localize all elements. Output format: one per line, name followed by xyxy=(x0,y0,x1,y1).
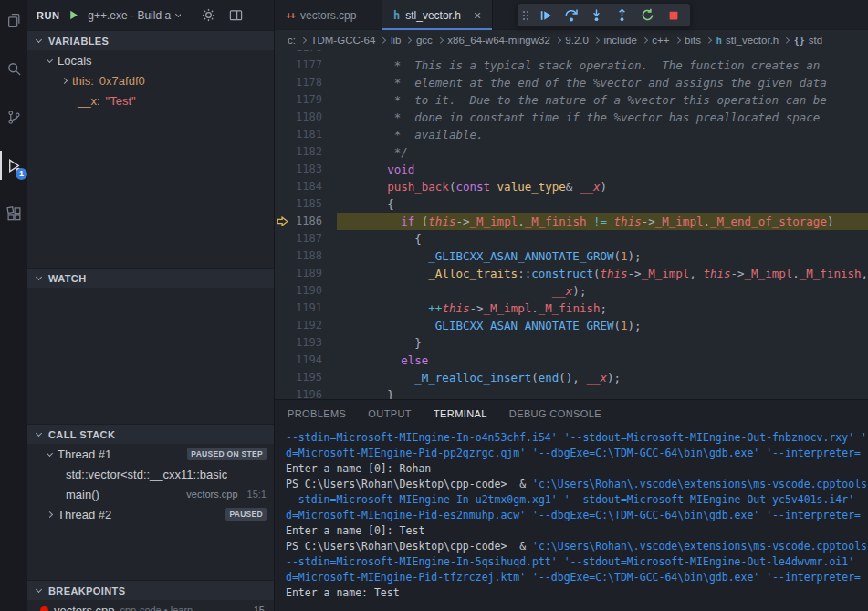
stop-button[interactable] xyxy=(662,5,685,26)
gutter-margin xyxy=(275,195,289,213)
line-number[interactable]: 1194 xyxy=(289,352,337,369)
code-line[interactable]: 1185 { xyxy=(275,195,868,213)
restart-button[interactable] xyxy=(636,5,659,26)
line-number[interactable]: 1191 xyxy=(289,300,337,317)
watch-section-header[interactable]: WATCH xyxy=(27,268,274,288)
tab-stl-vector-h[interactable]: h stl_vector.h × xyxy=(382,0,493,30)
line-number[interactable]: 1184 xyxy=(289,178,337,195)
breadcrumb-item[interactable]: c: xyxy=(288,35,296,46)
code-line[interactable]: 1194 else xyxy=(275,352,868,369)
line-number[interactable]: 1196 xyxy=(289,386,337,399)
breakpoints-section-header[interactable]: BREAKPOINTS xyxy=(27,580,274,600)
code-line[interactable]: 1193 } xyxy=(275,334,868,352)
code-line[interactable]: 1181 * available. xyxy=(275,126,868,143)
tab-debug-console[interactable]: DEBUG CONSOLE xyxy=(509,400,601,427)
line-number[interactable]: 1183 xyxy=(289,161,337,178)
breakpoint-row[interactable]: vectors.cpp cpp-code • learn 15 xyxy=(27,600,274,611)
breadcrumb-item[interactable]: x86_64-w64-mingw32 xyxy=(447,35,550,46)
gutter-margin xyxy=(275,91,289,109)
gutter-margin xyxy=(275,369,289,386)
continue-button[interactable] xyxy=(534,5,557,26)
toolbar-drag-grip[interactable] xyxy=(523,11,528,20)
line-number[interactable]: 1185 xyxy=(289,195,337,213)
line-number[interactable]: 1179 xyxy=(289,91,337,109)
terminal-line: d=Microsoft-MIEngine-Pid-es2nmuhp.acw' '… xyxy=(286,508,868,523)
chevron-down-icon xyxy=(47,56,53,62)
code-line[interactable]: 1184 push_back(const value_type& __x) xyxy=(275,178,868,195)
breadcrumb-item[interactable]: c++ xyxy=(652,35,669,46)
line-number[interactable]: 1186 xyxy=(289,213,337,230)
code-line[interactable]: 1195 _M_realloc_insert(end(), __x); xyxy=(275,369,868,386)
variable-row-x[interactable]: __x: "Test" xyxy=(27,90,274,111)
frame-label: std::vector<std::__cxx11::basic xyxy=(66,468,227,481)
line-number[interactable]: 1176 xyxy=(289,50,337,57)
run-and-debug-icon[interactable]: 1 xyxy=(0,151,27,180)
code-line[interactable]: 1182 */ xyxy=(275,143,868,161)
line-number[interactable]: 1182 xyxy=(289,143,337,161)
breadcrumb-label: gcc xyxy=(416,35,433,46)
thread-row[interactable]: Thread #1 PAUSED ON STEP xyxy=(27,444,274,464)
code-line[interactable]: 1186 if (this->_M_impl._M_finish != this… xyxy=(275,213,868,230)
code-line[interactable]: 1189 _Alloc_traits::construct(this->_M_i… xyxy=(275,265,868,282)
line-number[interactable]: 1187 xyxy=(289,230,337,248)
gear-icon[interactable] xyxy=(202,8,215,22)
breadcrumb-label: lib xyxy=(391,35,402,46)
code-line[interactable]: 1196 } xyxy=(275,386,868,399)
line-number[interactable]: 1193 xyxy=(289,334,337,352)
close-icon[interactable]: × xyxy=(474,9,481,22)
code-line[interactable]: 1178 * element at the end of the %vector… xyxy=(275,74,868,91)
code-line[interactable]: 1190 __x); xyxy=(275,282,868,300)
breadcrumb-item[interactable]: 9.2.0 xyxy=(565,35,589,46)
start-debugging-icon[interactable] xyxy=(68,9,79,21)
terminal-output[interactable]: --stdin=Microsoft-MIEngine-In-o4n53chf.i… xyxy=(275,427,868,611)
source-control-icon[interactable] xyxy=(0,102,27,132)
extensions-icon[interactable] xyxy=(0,199,27,228)
line-number[interactable]: 1178 xyxy=(289,74,337,91)
code-line[interactable]: 1183 void xyxy=(275,161,868,178)
step-into-button[interactable] xyxy=(585,5,608,26)
step-over-button[interactable] xyxy=(559,5,582,26)
split-editor-icon[interactable] xyxy=(229,8,243,22)
stack-frame-row[interactable]: main() vectors.cpp15:1 xyxy=(27,484,274,504)
code-line[interactable]: 1179 * to it. Due to the nature of a %ve… xyxy=(275,91,868,109)
stack-frame-row[interactable]: std::vector<std::__cxx11::basic xyxy=(27,464,274,484)
breadcrumb-item[interactable]: bits xyxy=(685,35,701,46)
line-number[interactable]: 1192 xyxy=(289,317,337,334)
debug-config-dropdown[interactable]: g++.exe - Build a xyxy=(88,9,181,22)
variables-section-header[interactable]: VARIABLES xyxy=(27,30,274,50)
code-line[interactable]: 1191 ++this->_M_impl._M_finish; xyxy=(275,300,868,317)
search-icon[interactable] xyxy=(0,54,27,83)
tab-output[interactable]: OUTPUT xyxy=(368,400,412,427)
breadcrumb-item[interactable]: hstl_vector.h xyxy=(716,35,779,47)
line-number[interactable]: 1188 xyxy=(289,248,337,265)
step-out-button[interactable] xyxy=(611,5,633,26)
explorer-icon[interactable] xyxy=(0,5,27,35)
breadcrumb-item[interactable]: gcc xyxy=(416,35,433,46)
variable-row-this[interactable]: this: 0x7afdf0 xyxy=(27,70,274,90)
line-number[interactable]: 1190 xyxy=(289,282,337,300)
line-number[interactable]: 1189 xyxy=(289,265,337,282)
code-line[interactable]: 1180 * done in constant time if the %vec… xyxy=(275,109,868,126)
line-number[interactable]: 1195 xyxy=(289,369,337,386)
thread-row[interactable]: Thread #2 PAUSED xyxy=(27,504,274,524)
breadcrumb-item[interactable]: {}std xyxy=(794,35,822,46)
tab-vectors-cpp[interactable]: ++ vectors.cpp xyxy=(275,0,382,30)
breakpoint-dot-icon[interactable] xyxy=(40,606,48,611)
code-line[interactable]: 1187 { xyxy=(275,230,868,248)
code-line[interactable]: 1192 _GLIBCXX_ASAN_ANNOTATE_GREW(1); xyxy=(275,317,868,334)
line-number[interactable]: 1177 xyxy=(289,57,337,74)
locals-scope-row[interactable]: Locals xyxy=(27,50,274,70)
line-number[interactable]: 1180 xyxy=(289,109,337,126)
code-editor[interactable]: 1176 *1177 * This is a typical stack ope… xyxy=(275,50,868,399)
call-stack-section-header[interactable]: CALL STACK xyxy=(27,424,274,444)
breadcrumb-item[interactable]: lib xyxy=(391,35,402,46)
line-number[interactable]: 1181 xyxy=(289,126,337,143)
tab-terminal[interactable]: TERMINAL xyxy=(434,400,487,427)
code-line[interactable]: 1177 * This is a typical stack operation… xyxy=(275,57,868,74)
breadcrumb-item[interactable]: TDM-GCC-64 xyxy=(310,35,375,46)
editor-tab-bar: ++ vectors.cpp h stl_vector.h × xyxy=(275,0,868,30)
code-line[interactable]: 1188 _GLIBCXX_ASAN_ANNOTATE_GROW(1); xyxy=(275,248,868,265)
breadcrumb-item[interactable]: include xyxy=(603,35,636,46)
tab-problems[interactable]: PROBLEMS xyxy=(288,400,346,427)
code-line[interactable]: 1176 * xyxy=(275,50,868,57)
